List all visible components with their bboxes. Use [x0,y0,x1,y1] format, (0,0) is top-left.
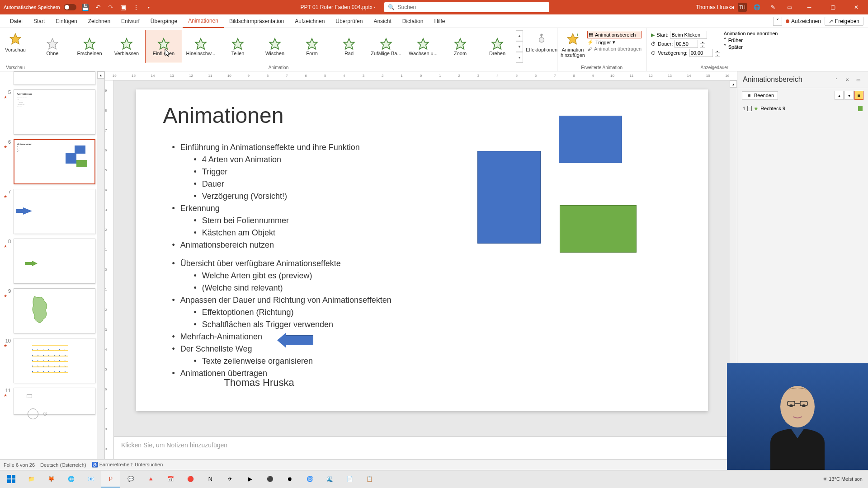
present-icon[interactable]: ▣ [118,2,129,13]
shape-blue-rect-1[interactable] [559,116,622,163]
tab-dictation[interactable]: Dictation [397,14,429,28]
anim-gallery-item-11[interactable]: Zoom [442,30,479,63]
weather-widget[interactable]: ☀ 13°C Meist son [823,476,863,482]
share-button[interactable]: ↗Freigeben [825,17,863,26]
status-accessibility[interactable]: ♿ Barrierefreiheit: Untersuchen [92,462,163,468]
slide-body-text[interactable]: Einführung in Animationseffekte und ihre… [163,141,681,380]
anim-entry-1[interactable]: 1 ★ Rechteck 9 [741,104,864,113]
tab-animationen[interactable]: Animationen [183,14,224,28]
redo-icon[interactable]: ↷ [105,2,116,13]
preview-button[interactable]: Vorschau [3,30,28,52]
tab-hilfe[interactable]: Hilfe [429,14,450,28]
start-select[interactable] [670,31,707,39]
anim-gallery-item-5[interactable]: Teilen [219,30,256,63]
undo-icon[interactable]: ↶ [93,2,104,13]
slide-author[interactable]: Thomas Hruska [224,377,294,389]
shape-arrow[interactable] [285,335,313,345]
dauer-input[interactable] [675,40,698,48]
anim-timeline-toggle[interactable]: ≡ [854,91,863,100]
anim-stop-button[interactable]: ◾Beenden [742,91,778,100]
vlc-icon[interactable]: 🔺 [141,471,160,488]
slide-thumb-10[interactable] [14,338,95,383]
search-input[interactable] [397,4,546,10]
tab-datei[interactable]: Datei [5,14,28,28]
dauer-down[interactable]: ▾ [700,44,705,48]
app-icon-3[interactable]: ▶ [241,471,259,488]
verz-input[interactable] [689,49,713,57]
anim-gallery-item-0[interactable]: Ohne [34,30,71,63]
close-button[interactable]: ✕ [846,0,866,14]
slide-thumb-8[interactable] [14,239,95,284]
telegram-icon[interactable]: ✈ [221,471,240,488]
calendar-icon[interactable]: 📅 [161,471,180,488]
slide-thumb-7[interactable] [14,189,95,234]
anim-gallery-item-12[interactable]: Drehen [479,30,516,63]
tab-bildschirm[interactable]: Bildschirmpräsentation [224,14,289,28]
app-icon-6[interactable]: 📋 [360,471,379,488]
slide-thumb-5[interactable]: Animationen • — — — — • — — • — —• — — —… [14,89,95,135]
qat-dropdown-icon[interactable]: ▾ [143,2,154,13]
verz-down[interactable]: ▾ [715,53,720,57]
app-icon-2[interactable]: 🔴 [181,471,200,488]
shape-blue-rect-2[interactable] [477,151,541,244]
powerpoint-icon[interactable]: P [101,471,120,488]
anim-gallery-item-1[interactable]: Erscheinen [71,30,108,63]
app-icon-5[interactable]: 🌀 [300,471,319,488]
pen-icon[interactable]: ✎ [767,1,779,14]
save-icon[interactable]: 💾 [80,2,91,13]
gallery-scroll-up[interactable]: ▲ [516,30,523,41]
chrome-icon[interactable]: 🌐 [61,471,80,488]
anim-gallery-item-4[interactable]: Hineinschw... [182,30,219,63]
app-icon-4[interactable]: ⏺ [280,471,299,488]
start-menu[interactable] [2,471,21,488]
onenote-icon[interactable]: N [201,471,220,488]
outlook-icon[interactable]: 📧 [81,471,100,488]
tab-uebergaenge[interactable]: Übergänge [145,14,183,28]
tab-ansicht[interactable]: Ansicht [368,14,396,28]
trigger-button[interactable]: ⚡Trigger ▾ [587,39,642,45]
tab-ueberpruefen[interactable]: Überprüfen [330,14,368,28]
gallery-scroll-down[interactable]: ▼ [516,41,523,52]
thumb-scrollbar[interactable] [97,79,104,459]
anim-pane-pin[interactable]: ▭ [854,75,863,84]
minimize-button[interactable]: ─ [799,0,819,14]
anim-gallery-item-3[interactable]: Einfliegen [145,30,182,63]
anim-pane-dropdown[interactable]: ˅ [832,75,841,84]
edge-icon[interactable]: 🌊 [320,471,339,488]
anim-gallery-item-2[interactable]: Verblassen [108,30,145,63]
app-icon-1[interactable]: 💬 [121,471,140,488]
user-badge[interactable]: TH [738,3,747,12]
slide-thumb-11[interactable]: ♡ [14,388,95,415]
verz-up[interactable]: ▴ [715,49,720,53]
world-icon[interactable]: 🌐 [750,1,763,14]
later-button[interactable]: ˅ Später [724,44,778,50]
notes-placeholder[interactable]: Klicken Sie, um Notizen hinzuzufügen [114,436,730,459]
word-icon[interactable]: 📄 [340,471,359,488]
anim-gallery-item-7[interactable]: Form [293,30,330,63]
tab-start[interactable]: Start [28,14,50,28]
slide-thumb-4-partial[interactable] [14,71,95,85]
tab-aufzeichnen[interactable]: Aufzeichnen [289,14,330,28]
slide-canvas[interactable]: Animationen Einführung in Animationseffe… [136,89,708,411]
tab-entwurf[interactable]: Entwurf [116,14,145,28]
qat-more-icon[interactable]: ⋮ [131,2,142,13]
firefox-icon[interactable]: 🦊 [42,471,61,488]
slide-thumb-6[interactable]: Animationen • — • —• —• — [14,139,95,184]
autosave-toggle[interactable] [64,4,76,10]
gallery-more[interactable]: ▾ [516,52,523,63]
record-button[interactable]: Aufzeichnen [786,18,821,24]
tab-zeichnen[interactable]: Zeichnen [83,14,116,28]
status-language[interactable]: Deutsch (Österreich) [40,462,86,468]
collapse-ribbon-icon[interactable]: ˅ [773,17,782,26]
explorer-icon[interactable]: 📁 [22,471,41,488]
anim-gallery-item-9[interactable]: Zufällige Ba... [368,30,405,63]
slide-thumb-9[interactable] [14,288,95,333]
anim-move-up[interactable]: ▴ [835,91,844,100]
add-animation-button[interactable]: + Animation hinzufügen [560,30,585,58]
anim-gallery-item-10[interactable]: Wachsen u... [405,30,442,63]
dauer-up[interactable]: ▴ [700,40,705,44]
thumb-scroll-up[interactable]: ▴ [97,71,104,79]
earlier-button[interactable]: ˄ Früher [724,37,778,43]
anim-gallery-item-8[interactable]: Rad [330,30,368,63]
anim-move-down[interactable]: ▾ [844,91,854,100]
